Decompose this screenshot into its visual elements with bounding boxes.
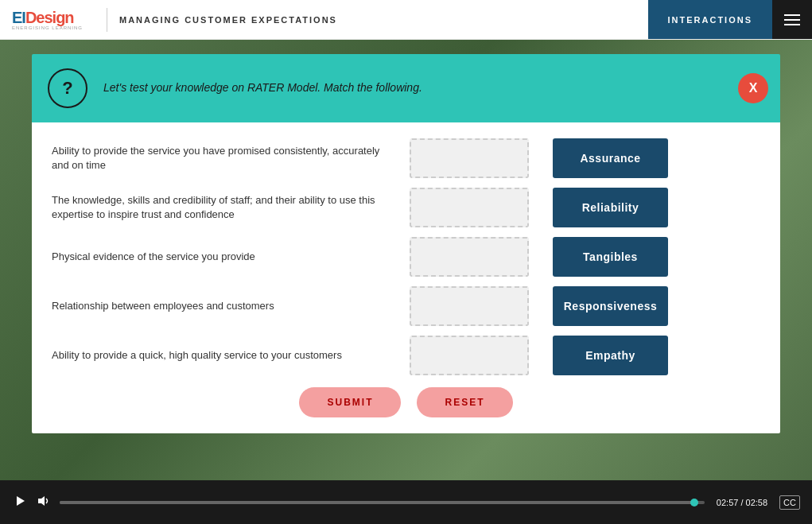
modal-instruction: Let's test your knowledge on RATER Model…	[103, 80, 422, 96]
answer-2: Reliability	[553, 188, 668, 227]
progress-fill	[60, 501, 698, 504]
answer-btn-5[interactable]: Empathy	[553, 336, 668, 375]
description-1: Ability to provide the service you have …	[52, 144, 410, 173]
action-row: SUBMIT RESET	[52, 387, 760, 417]
logo-main: EI Design	[12, 9, 74, 27]
description-4: Relationship between employees and custo…	[52, 299, 410, 313]
answer-5: Empathy	[553, 336, 668, 375]
answer-btn-3[interactable]: Tangibles	[553, 237, 668, 277]
dropzone-1[interactable]	[410, 138, 529, 178]
progress-indicator[interactable]	[690, 499, 698, 507]
video-bar: 02:57 / 02:58 CC	[0, 480, 812, 524]
dropzone-5[interactable]	[410, 336, 529, 375]
answer-btn-2[interactable]: Reliability	[553, 188, 668, 227]
dropzone-3[interactable]	[410, 237, 529, 277]
match-row-1: Ability to provide the service you have …	[52, 138, 760, 178]
reset-button[interactable]: RESET	[417, 387, 512, 417]
answer-btn-1[interactable]: Assurance	[553, 138, 668, 178]
header-divider	[107, 8, 107, 32]
logo-tagline: ENERGISING LEARNING	[12, 25, 83, 30]
match-row-4: Relationship between employees and custo…	[52, 286, 760, 326]
match-row-2: The knowledge, skills and credibility of…	[52, 188, 760, 227]
logo: EI Design ENERGISING LEARNING	[12, 9, 83, 30]
dropzone-2[interactable]	[410, 188, 529, 227]
logo-design: Design	[25, 9, 74, 27]
match-row-5: Ability to provide a quick, high quality…	[52, 336, 760, 375]
answer-3: Tangibles	[553, 237, 668, 277]
answer-btn-4[interactable]: Responsiveness	[553, 286, 668, 326]
submit-button[interactable]: SUBMIT	[299, 387, 401, 417]
app-header: EI Design ENERGISING LEARNING MANAGING C…	[0, 0, 812, 40]
volume-button[interactable]	[36, 495, 52, 509]
hamburger-icon	[784, 14, 800, 25]
cc-button[interactable]: CC	[779, 495, 800, 510]
modal-body: Ability to provide the service you have …	[32, 122, 780, 433]
question-icon: ?	[48, 68, 87, 108]
description-2: The knowledge, skills and credibility of…	[52, 193, 410, 222]
description-3: Physical evidence of the service you pro…	[52, 250, 410, 264]
modal-header: ? Let's test your knowledge on RATER Mod…	[32, 54, 780, 122]
play-button[interactable]	[12, 495, 28, 509]
interactions-button[interactable]: INTERACTIONS	[648, 0, 773, 39]
header-title: MANAGING CUSTOMER EXPECTATIONS	[119, 15, 647, 25]
logo-area: EI Design ENERGISING LEARNING	[0, 0, 95, 39]
logo-ei: EI	[12, 9, 25, 27]
answer-1: Assurance	[553, 138, 668, 178]
time-display: 02:57 / 02:58	[717, 498, 767, 507]
progress-bar[interactable]	[60, 501, 705, 504]
close-button[interactable]: X	[738, 73, 768, 103]
dropzone-4[interactable]	[410, 286, 529, 326]
svg-marker-0	[17, 496, 25, 506]
svg-marker-1	[38, 496, 45, 506]
modal-container: ? Let's test your knowledge on RATER Mod…	[32, 54, 780, 468]
match-row-3: Physical evidence of the service you pro…	[52, 237, 760, 277]
description-5: Ability to provide a quick, high quality…	[52, 348, 410, 363]
menu-button[interactable]	[772, 0, 812, 39]
answer-4: Responsiveness	[553, 286, 668, 326]
